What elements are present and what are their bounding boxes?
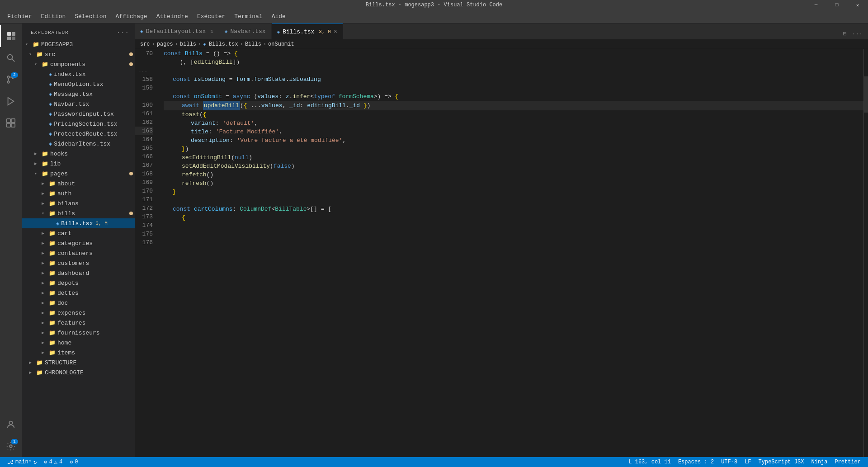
- svg-point-7: [7, 81, 9, 83]
- cursor-position: L 163, col 11: [628, 459, 671, 465]
- tree-dashboard[interactable]: ▶ 📁 dashboard: [22, 268, 135, 278]
- tree-structure[interactable]: ▶ 📁 STRUCTURE: [22, 358, 135, 368]
- code-editor[interactable]: 70 ... 158 159 160 161 162 163 164 165 1…: [135, 49, 868, 457]
- tree-about[interactable]: ▶ 📁 about: [22, 179, 135, 189]
- menu-fichier[interactable]: Fichier: [4, 11, 36, 22]
- status-branch[interactable]: ⎇ main* ↻: [4, 457, 40, 467]
- tree-pricingsection-tsx[interactable]: ◈ PricingSection.tsx: [22, 119, 135, 129]
- tree-items[interactable]: ▶ 📁 items: [22, 348, 135, 358]
- tree-depots[interactable]: ▶ 📁 depots: [22, 278, 135, 288]
- tree-doc[interactable]: ▶ 📁 doc: [22, 298, 135, 308]
- code-line-162: const onSubmit = async (values: z.infer<…: [164, 92, 863, 101]
- tree-passwordinput-tsx[interactable]: ◈ PasswordInput.tsx: [22, 109, 135, 119]
- menu-selection[interactable]: Sélection: [71, 11, 110, 22]
- crumb-bills-file[interactable]: Bills.tsx: [209, 41, 238, 47]
- encoding-label: UTF-8: [721, 459, 737, 465]
- settings-icon[interactable]: 1: [0, 435, 22, 457]
- menu-affichage[interactable]: Affichage: [112, 11, 151, 22]
- svg-point-6: [7, 76, 9, 78]
- language-label: TypeScript JSX: [759, 459, 804, 465]
- more-actions-icon[interactable]: ···: [850, 29, 864, 39]
- svg-point-4: [8, 55, 13, 60]
- tree-protectedroute-tsx[interactable]: ◈ ProtectedRoute.tsx: [22, 129, 135, 139]
- status-eol[interactable]: LF: [741, 457, 755, 467]
- status-spaces[interactable]: Espaces : 2: [675, 457, 717, 467]
- tab-navbar[interactable]: ◈ Navbar.tsx: [219, 24, 272, 39]
- menu-aide[interactable]: Aide: [268, 11, 289, 22]
- tree-sidebaritems-tsx[interactable]: ◈ SidebarItems.tsx: [22, 139, 135, 149]
- maximize-button[interactable]: □: [826, 0, 847, 10]
- explorer-icon[interactable]: [0, 25, 22, 47]
- main-layout: 2 1 EXPLORATEUR ··· ▾ 📁 MOGES: [0, 24, 868, 457]
- minimize-button[interactable]: ─: [806, 0, 826, 10]
- status-bar: ⎇ main* ↻ ⊗ 4 ⚠ 4 ⊘ 0 L 163, col 11 Espa…: [0, 457, 868, 467]
- spaces-label: Espaces : 2: [678, 459, 714, 465]
- svg-rect-0: [7, 32, 11, 36]
- tab-label-navbar: Navbar.tsx: [230, 28, 265, 35]
- close-button[interactable]: ✕: [847, 0, 868, 10]
- crumb-src[interactable]: src: [140, 41, 150, 47]
- crumb-pages[interactable]: pages: [157, 41, 173, 47]
- tree-features[interactable]: ▶ 📁 features: [22, 318, 135, 328]
- tree-bills-tsx[interactable]: ◈ Bills.tsx 3, M: [22, 218, 135, 228]
- run-debug-icon[interactable]: [0, 90, 22, 112]
- split-editor-icon[interactable]: ⊟: [841, 28, 849, 39]
- code-line-164: toast({: [164, 110, 863, 119]
- error-count: 4: [49, 459, 52, 465]
- tab-bills[interactable]: ◈ Bills.tsx 3, M ×: [272, 24, 344, 39]
- code-line-166: title: 'Facture Modifiée',: [164, 127, 863, 136]
- tree-lib[interactable]: ▶ 📁 lib: [22, 159, 135, 169]
- status-info[interactable]: ⊘ 0: [66, 457, 81, 467]
- tree-home[interactable]: ▶ 📁 home: [22, 338, 135, 348]
- sidebar-more-icon[interactable]: ···: [117, 29, 129, 36]
- tree-auth[interactable]: ▶ 📁 auth: [22, 189, 135, 198]
- tree-bills[interactable]: ▾ 📁 bills: [22, 208, 135, 218]
- tab-close-bills[interactable]: ×: [334, 28, 337, 35]
- tree-customers[interactable]: ▶ 📁 customers: [22, 258, 135, 268]
- code-line-170: setAddEditModalVisibility(false): [164, 162, 863, 170]
- tree-containers[interactable]: ▶ 📁 containers: [22, 248, 135, 258]
- crumb-bills-folder[interactable]: bills: [180, 41, 196, 47]
- tree-hooks[interactable]: ▶ 📁 hooks: [22, 149, 135, 159]
- menu-atteindre[interactable]: Atteindre: [153, 11, 192, 22]
- title-bar: Bills.tsx - mogesapp3 - Visual Studio Co…: [0, 0, 868, 10]
- search-icon[interactable]: [0, 47, 22, 69]
- status-encoding[interactable]: UTF-8: [717, 457, 741, 467]
- tab-icon-defaultlayout: ◈: [140, 28, 143, 34]
- tree-components[interactable]: ▾ 📁 components: [22, 59, 135, 69]
- menu-executer[interactable]: Exécuter: [193, 11, 229, 22]
- tree-message-tsx[interactable]: ◈ Message.tsx: [22, 89, 135, 99]
- sidebar-content[interactable]: ▾ 📁 MOGESAPP3 ▾ 📁 src ▾ 📁 components: [22, 39, 135, 457]
- tree-fournisseurs[interactable]: ▶ 📁 fournisseurs: [22, 328, 135, 338]
- menu-terminal[interactable]: Terminal: [231, 11, 266, 22]
- tree-root[interactable]: ▾ 📁 MOGESAPP3: [22, 39, 135, 49]
- tab-defaultlayout[interactable]: ◈ DefaultLayout.tsx 1: [135, 24, 219, 39]
- tree-navbar-tsx[interactable]: ◈ Navbar.tsx: [22, 99, 135, 109]
- source-control-icon[interactable]: 2: [0, 69, 22, 90]
- tree-categories[interactable]: ▶ 📁 categories: [22, 238, 135, 248]
- crumb-bills-symbol[interactable]: Bills: [245, 41, 261, 47]
- status-prettier[interactable]: Prettier: [831, 457, 864, 467]
- tree-pages[interactable]: ▾ 📁 pages: [22, 169, 135, 179]
- status-language[interactable]: TypeScript JSX: [755, 457, 808, 467]
- extensions-icon[interactable]: [0, 112, 22, 134]
- info-count: 0: [75, 459, 78, 465]
- status-errors[interactable]: ⊗ 4 ⚠ 4: [40, 457, 66, 467]
- status-formatter[interactable]: Ninja: [807, 457, 831, 467]
- minimap[interactable]: [863, 49, 868, 457]
- tree-expenses[interactable]: ▶ 📁 expenses: [22, 308, 135, 318]
- tree-index-tsx[interactable]: ◈ index.tsx: [22, 69, 135, 79]
- tree-dettes[interactable]: ▶ 📁 dettes: [22, 288, 135, 298]
- accounts-icon[interactable]: [0, 414, 22, 435]
- tree-bilans[interactable]: ▶ 📁 bilans: [22, 198, 135, 208]
- tree-menuoption-tsx[interactable]: ◈ MenuOption.tsx: [22, 79, 135, 89]
- menu-edition[interactable]: Edition: [38, 11, 70, 22]
- tree-src[interactable]: ▾ 📁 src: [22, 49, 135, 59]
- tree-cart[interactable]: ▶ 📁 cart: [22, 228, 135, 238]
- crumb-onsubmit[interactable]: onSubmit: [268, 41, 294, 47]
- svg-line-5: [12, 59, 15, 62]
- status-cursor[interactable]: L 163, col 11: [625, 457, 675, 467]
- tree-chronologie[interactable]: ▶ 📁 CHRONOLOGIE: [22, 368, 135, 377]
- svg-rect-2: [7, 37, 11, 40]
- code-content[interactable]: const Bills = () => { ), [editingBill]) …: [158, 49, 863, 457]
